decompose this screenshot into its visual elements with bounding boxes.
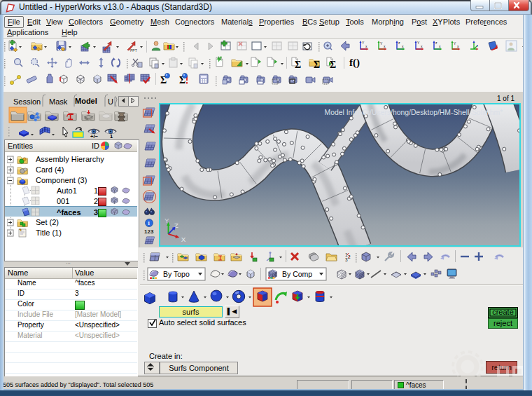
svg-text:PPT: PPT [130,48,137,53]
svg-text:Model Info: C:/Users/hong/Desk: Model Info: C:/Users/hong/Desktop/HM-She… [325,109,503,116]
svg-text:3: 3 [345,257,348,262]
svg-text:By Topo: By Topo [163,270,190,278]
svg-text:...: ... [66,260,71,265]
svg-text:X: X [181,235,186,243]
svg-text:123: 123 [144,228,154,235]
svg-text:+/−: +/− [90,133,98,139]
svg-text:1: 1 [110,133,113,139]
svg-text:By Comp: By Comp [282,270,312,278]
